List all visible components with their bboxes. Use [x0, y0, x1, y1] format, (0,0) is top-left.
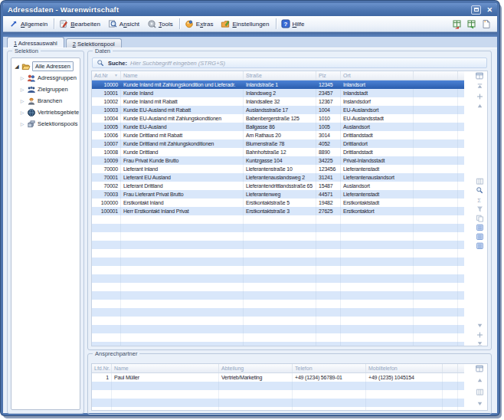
up-icon[interactable] [475, 376, 484, 385]
table-row-empty[interactable] [92, 325, 464, 333]
tree-item-branchen[interactable]: ▷Branchen [11, 95, 80, 107]
table-row-empty[interactable] [92, 407, 464, 411]
sum-icon[interactable]: Σ [475, 195, 484, 204]
table-row[interactable]: 100001Herr Erstkontakt Inland PrivatErst… [92, 207, 464, 215]
column-header-abteilung[interactable]: Abteilung [219, 364, 293, 372]
column-header-mobiltelefon[interactable]: Mobiltelefon [366, 364, 443, 372]
table-row[interactable]: 70002Lieferant DrittlandLieferantendritt… [92, 182, 464, 190]
card-view-icon[interactable] [475, 177, 484, 185]
table-import-icon[interactable] [452, 19, 462, 29]
cell [316, 232, 341, 241]
table-row[interactable]: 10007Kunde Drittland mit Zahlungskonditi… [92, 139, 464, 148]
column-header-ad-nr[interactable]: Ad.Nr▼ [92, 71, 121, 80]
table-row-empty[interactable] [92, 342, 464, 346]
table-row-empty[interactable] [92, 300, 464, 308]
cell [414, 317, 458, 325]
table-row[interactable]: 70003Frau Lieferant Privat BruttoLiefera… [92, 190, 464, 199]
menu-item-einstellungen[interactable]: Einstellungen [218, 18, 273, 30]
column-header-ort[interactable]: Ort [341, 71, 414, 80]
table-row[interactable]: 10009Frau Privat Kunde BruttoKuntzgasse … [92, 156, 464, 165]
tab-1-adressauswahl[interactable]: 1 Adressauswahl [7, 37, 64, 48]
menu-item-bearbeiten[interactable]: Bearbeiten [56, 18, 105, 30]
table-row-empty[interactable] [92, 241, 464, 249]
tree-item-alle-adressen[interactable]: ◢Alle Adressen [11, 61, 80, 72]
column-header-name[interactable]: Name [121, 71, 244, 80]
filter-icon[interactable] [475, 205, 484, 213]
table-row-empty[interactable] [92, 249, 464, 258]
tree-item-zielgruppen[interactable]: ▷Zielgruppen [11, 84, 80, 95]
table-row[interactable]: 10004Kunde EU-Ausland mit Zahlungskondti… [92, 114, 464, 123]
cell [92, 308, 121, 317]
search-icon[interactable] [475, 186, 484, 195]
table-row[interactable]: 10003Kunde EU-Ausland mit RabattAuslands… [92, 106, 464, 114]
table-row[interactable]: 10000Kunde Inland mit Zahlungskondition … [92, 80, 464, 89]
table-export-icon[interactable] [466, 19, 476, 29]
plus-icon[interactable] [475, 92, 484, 100]
top-icon[interactable] [475, 82, 484, 90]
menu-item-hilfe[interactable]: ?Hilfe [278, 18, 309, 30]
tab-2-selektionspool[interactable]: 2 Selektionspool [66, 38, 122, 48]
table-row[interactable]: 70001Lieferant EU AuslandLieferantenausl… [92, 173, 464, 182]
tree-item-vertriebsgebiete[interactable]: ▷Vertriebsgebiete [11, 107, 80, 118]
table-row-empty[interactable] [92, 382, 464, 390]
menu-item-extras[interactable]: Extras [182, 18, 218, 30]
list-icon[interactable] [475, 232, 484, 241]
table-row-empty[interactable] [92, 258, 464, 266]
tree-collapsed-icon[interactable]: ▷ [19, 110, 25, 115]
table-row[interactable]: 10002Kunde Inland mit RabattInlandsallee… [92, 97, 464, 106]
table-row[interactable]: 10005Kunde EU-AuslandBallgasse 861005Aus… [92, 123, 464, 131]
table-row[interactable]: 1Paul MüllerVertrieb/Marketing+49 (1234)… [92, 373, 464, 382]
list-icon[interactable] [475, 241, 484, 250]
table-row-empty[interactable] [92, 308, 464, 317]
table-row-empty[interactable] [92, 232, 464, 241]
search-input[interactable]: Suche: Hier Suchbegriff eingeben (STRG+S… [92, 57, 487, 68]
menu-item-ansicht[interactable]: Ansicht [105, 18, 144, 30]
table-row-empty[interactable] [92, 283, 464, 291]
cell [414, 325, 458, 333]
up-icon[interactable] [475, 102, 484, 110]
table-row-empty[interactable] [92, 224, 464, 232]
column-header-straße[interactable]: Straße [244, 71, 316, 80]
card-view-icon[interactable] [475, 388, 484, 396]
column-header-plz[interactable]: Plz [316, 71, 341, 80]
table-row-empty[interactable] [92, 291, 464, 300]
down-icon[interactable] [475, 321, 484, 330]
table-row-empty[interactable] [92, 390, 464, 399]
table-row-empty[interactable] [92, 274, 464, 283]
restore-window-button[interactable] [471, 5, 481, 15]
copy-icon[interactable] [475, 214, 484, 222]
tree-expanded-icon[interactable]: ◢ [14, 64, 20, 70]
table-row-empty[interactable] [92, 317, 464, 325]
cell [293, 399, 366, 407]
bottom-icon[interactable] [475, 340, 484, 346]
tree-item-selektionspools[interactable]: ▷Selektionspools [11, 118, 80, 130]
industries-icon [27, 97, 36, 106]
down-icon[interactable] [475, 399, 484, 408]
tree-collapsed-icon[interactable]: ▷ [19, 121, 25, 126]
table-row[interactable]: 10006Kunde Drittland mit RabattAm Rathau… [92, 131, 464, 139]
new-document-icon[interactable] [481, 19, 491, 29]
tree-item-adressgruppen[interactable]: ▷Adressgruppen [11, 72, 80, 84]
table-row-empty[interactable] [92, 333, 464, 342]
column-header-telefon[interactable]: Telefon [293, 364, 366, 372]
close-window-button[interactable]: ✕ [486, 5, 493, 15]
tree-collapsed-icon[interactable]: ▷ [19, 87, 25, 92]
list-icon[interactable] [475, 223, 484, 231]
column-header-lfd-nr[interactable]: Lfd.Nr. [92, 364, 112, 372]
table-row-empty[interactable] [92, 215, 464, 224]
tree-collapsed-icon[interactable]: ▷ [19, 98, 25, 103]
table-row[interactable]: 10001Kunde InlandInlandsweg 223457Inland… [92, 89, 464, 97]
table-row[interactable]: 10008Kunde DrittlandBahnhofstraße 128890… [92, 148, 464, 156]
menu-item-tools[interactable]: Tools [144, 18, 178, 30]
menu-item-allgemein[interactable]: Allgemein [6, 18, 52, 30]
column-chooser-icon[interactable] [475, 365, 484, 373]
table-row[interactable]: 70000Lieferant InlandLieferantenstraße 1… [92, 165, 464, 173]
tree-collapsed-icon[interactable]: ▷ [19, 75, 25, 80]
table-row-empty[interactable] [92, 266, 464, 274]
table-row-empty[interactable] [92, 399, 464, 407]
plus-icon[interactable] [475, 330, 484, 339]
column-header-name[interactable]: Name [112, 364, 219, 372]
table-row[interactable]: 100000Erstkontakt InlandErstkontaktstraß… [92, 199, 464, 207]
cell [414, 156, 458, 165]
column-chooser-icon[interactable] [475, 72, 484, 80]
